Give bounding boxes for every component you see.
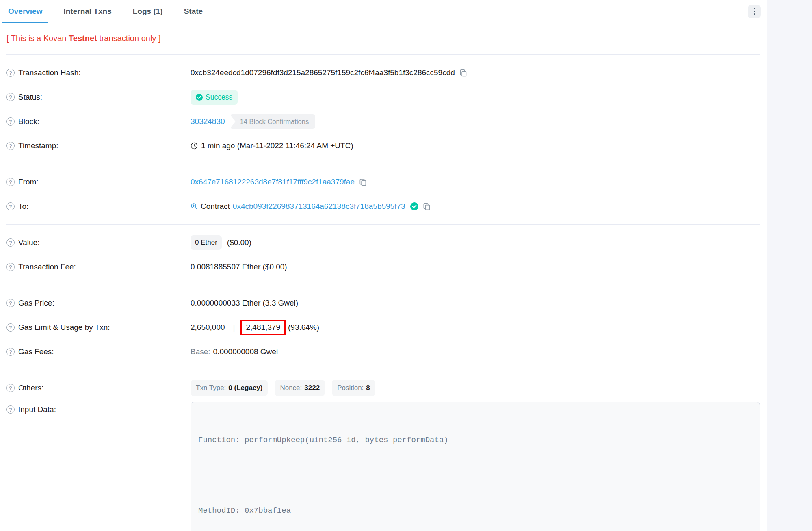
from-address-link[interactable]: 0x647e7168122263d8e7f81f17fff9c2f1aa379f… bbox=[191, 178, 355, 186]
help-icon[interactable]: ? bbox=[6, 69, 15, 77]
tab-logs[interactable]: Logs (1) bbox=[127, 0, 169, 23]
row-value: Success bbox=[191, 90, 760, 105]
kebab-icon bbox=[754, 8, 755, 9]
row-gas-price: ? Gas Price: 0.0000000033 Ether (3.3 Gwe… bbox=[6, 291, 760, 315]
row-value: 1 min ago (Mar-11-2022 11:46:24 AM +UTC) bbox=[191, 141, 760, 150]
to-label: To: bbox=[18, 202, 28, 211]
magnifier-plus-icon[interactable] bbox=[191, 203, 198, 210]
gas-limit-usage-label: Gas Limit & Usage by Txn: bbox=[18, 323, 110, 332]
help-icon[interactable]: ? bbox=[6, 117, 15, 126]
clock-icon bbox=[191, 142, 198, 150]
kebab-icon bbox=[754, 13, 755, 15]
row-value: Contract 0x4cb093f226983713164a62138c3f7… bbox=[191, 202, 760, 211]
others-label: Others: bbox=[18, 384, 43, 392]
block-label: Block: bbox=[18, 117, 39, 126]
help-icon[interactable]: ? bbox=[6, 263, 15, 271]
row-value: 0xcb324eedcd1d07296fdf3d215a2865275f159c… bbox=[191, 68, 760, 77]
tab-bar: Overview Internal Txns Logs (1) State bbox=[0, 0, 767, 23]
txn-type-badge: Txn Type: 0 (Legacy) bbox=[191, 380, 268, 396]
input-function-line: Function: performUpkeep(uint256 id, byte… bbox=[198, 434, 752, 446]
help-icon[interactable]: ? bbox=[6, 178, 15, 186]
row-value: 0.0000000033 Ether (3.3 Gwei) bbox=[191, 299, 760, 308]
row-value: 30324830 14 Block Confirmations bbox=[191, 114, 760, 129]
copy-icon[interactable] bbox=[423, 203, 431, 210]
row-block: ? Block: 30324830 14 Block Confirmations bbox=[6, 109, 760, 134]
section-from-to: ? From: 0x647e7168122263d8e7f81f17fff9c2… bbox=[0, 164, 767, 224]
row-value-amount: ? Value: 0 Ether ($0.00) bbox=[6, 230, 760, 255]
row-value: Txn Type: 0 (Legacy) Nonce: 3222 Positio… bbox=[191, 380, 760, 396]
row-value: 2,650,000 | 2,481,379 (93.64%) bbox=[191, 320, 760, 335]
notice-bold-text: Testnet bbox=[69, 34, 97, 43]
annotation-red-box: 2,481,379 bbox=[240, 320, 286, 335]
help-icon[interactable]: ? bbox=[6, 299, 15, 307]
row-transaction-fee: ? Transaction Fee: 0.0081885507 Ether ($… bbox=[6, 255, 760, 279]
kebab-icon bbox=[754, 11, 755, 12]
row-label: ? Transaction Fee: bbox=[6, 262, 191, 271]
row-label: ? Value: bbox=[6, 238, 191, 247]
ether-value-badge: 0 Ether bbox=[191, 235, 222, 250]
row-to: ? To: Contract 0x4cb093f226983713164a621… bbox=[6, 194, 760, 219]
to-address-link[interactable]: 0x4cb093f226983713164a62138c3f718a5b595f… bbox=[233, 202, 405, 211]
input-methodid-line: MethodID: 0x7bbaf1ea bbox=[198, 505, 752, 517]
position-value: 8 bbox=[366, 384, 370, 392]
value-label: Value: bbox=[18, 238, 39, 247]
help-icon[interactable]: ? bbox=[6, 93, 15, 101]
row-gas-limit-usage: ? Gas Limit & Usage by Txn: 2,650,000 | … bbox=[6, 315, 760, 340]
input-data-area: Function: performUpkeep(uint256 id, byte… bbox=[191, 402, 760, 531]
timestamp-value: 1 min ago (Mar-11-2022 11:46:24 AM +UTC) bbox=[201, 141, 353, 150]
block-number-link[interactable]: 30324830 bbox=[191, 117, 225, 126]
check-circle-icon bbox=[196, 94, 203, 101]
help-icon[interactable]: ? bbox=[6, 142, 15, 150]
row-label: ? Timestamp: bbox=[6, 141, 191, 150]
row-input-data: ? Input Data: Function: performUpkeep(ui… bbox=[6, 402, 760, 531]
row-label: ? Input Data: bbox=[6, 402, 191, 414]
gas-used-percent: (93.64%) bbox=[288, 323, 319, 332]
page-background-gutter bbox=[767, 0, 812, 531]
section-others-input: ? Others: Txn Type: 0 (Legacy) Nonce: 32… bbox=[0, 370, 767, 531]
row-transaction-hash: ? Transaction Hash: 0xcb324eedcd1d07296f… bbox=[6, 61, 760, 85]
transaction-fee-label: Transaction Fee: bbox=[18, 262, 76, 271]
nonce-value: 3222 bbox=[304, 384, 320, 392]
section-gas: ? Gas Price: 0.0000000033 Ether (3.3 Gwe… bbox=[0, 285, 767, 370]
row-value: 0.0081885507 Ether ($0.00) bbox=[191, 262, 760, 271]
help-icon[interactable]: ? bbox=[6, 348, 15, 356]
position-key: Position: bbox=[337, 384, 364, 392]
base-fee-value: 0.000000008 Gwei bbox=[213, 347, 278, 356]
help-icon[interactable]: ? bbox=[6, 238, 15, 247]
txn-type-value: 0 (Legacy) bbox=[228, 384, 262, 392]
copy-icon[interactable] bbox=[459, 69, 467, 77]
row-from: ? From: 0x647e7168122263d8e7f81f17fff9c2… bbox=[6, 170, 760, 194]
row-others: ? Others: Txn Type: 0 (Legacy) Nonce: 32… bbox=[6, 376, 760, 400]
position-badge: Position: 8 bbox=[332, 380, 375, 396]
row-value: 0 Ether ($0.00) bbox=[191, 235, 760, 250]
tab-state[interactable]: State bbox=[178, 0, 208, 23]
tab-list: Overview Internal Txns Logs (1) State bbox=[2, 0, 208, 23]
row-label: ? From: bbox=[6, 178, 191, 186]
more-options-button[interactable] bbox=[748, 5, 761, 18]
to-contract-word: Contract bbox=[201, 202, 230, 211]
tab-overview[interactable]: Overview bbox=[2, 0, 48, 23]
nonce-badge: Nonce: 3222 bbox=[275, 380, 325, 396]
row-gas-fees: ? Gas Fees: Base: 0.000000008 Gwei bbox=[6, 340, 760, 364]
help-icon[interactable]: ? bbox=[6, 323, 15, 332]
row-timestamp: ? Timestamp: 1 min ago (Mar-11-2022 11:4… bbox=[6, 134, 760, 158]
row-label: ? Others: bbox=[6, 384, 191, 392]
transaction-card: Overview Internal Txns Logs (1) State [ … bbox=[0, 0, 767, 531]
copy-icon[interactable] bbox=[359, 178, 367, 186]
help-icon[interactable]: ? bbox=[6, 405, 15, 414]
help-icon[interactable]: ? bbox=[6, 384, 15, 392]
transaction-fee-value: 0.0081885507 Ether ($0.00) bbox=[191, 262, 287, 271]
timestamp-label: Timestamp: bbox=[18, 141, 58, 150]
row-label: ? Transaction Hash: bbox=[6, 68, 191, 77]
usd-value: ($0.00) bbox=[227, 238, 251, 247]
tab-internal-txns[interactable]: Internal Txns bbox=[58, 0, 117, 23]
nonce-key: Nonce: bbox=[280, 384, 302, 392]
notice-text: [ This is a Kovan bbox=[6, 34, 69, 43]
input-data-textarea[interactable]: Function: performUpkeep(uint256 id, byte… bbox=[191, 402, 760, 531]
help-icon[interactable]: ? bbox=[6, 202, 15, 210]
gas-fees-label: Gas Fees: bbox=[18, 347, 54, 356]
txn-type-key: Txn Type: bbox=[196, 384, 226, 392]
notice-text: transaction only ] bbox=[97, 34, 161, 43]
row-label: ? Block: bbox=[6, 117, 191, 126]
status-value: Success bbox=[206, 93, 232, 102]
